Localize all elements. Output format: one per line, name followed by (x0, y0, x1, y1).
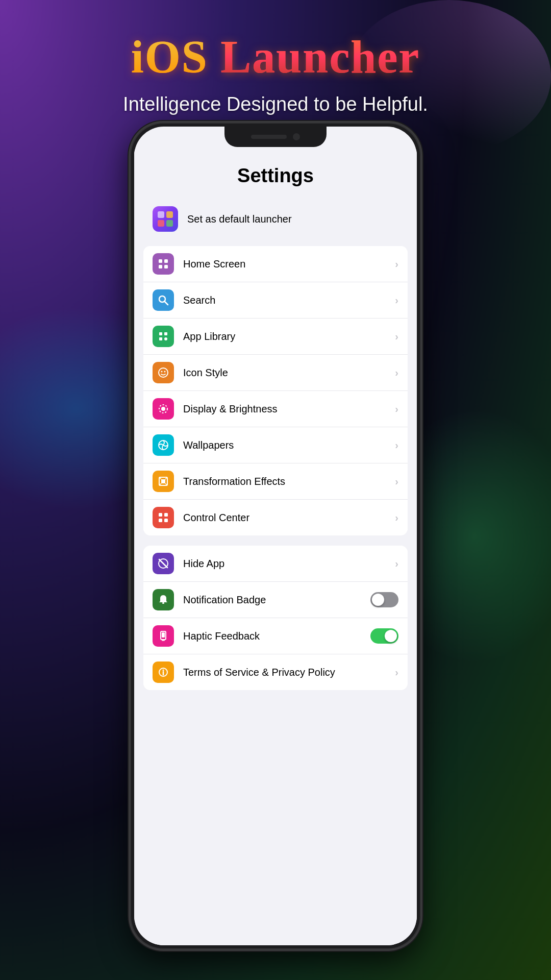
title-ios: iOS (131, 32, 208, 82)
settings-item-control-center[interactable]: Control Center › (143, 500, 408, 535)
terms-chevron: › (395, 667, 398, 678)
hide-app-icon (153, 553, 174, 574)
settings-item-icon-style[interactable]: Icon Style › (143, 355, 408, 391)
svg-rect-26 (159, 513, 162, 517)
display-brightness-icon-svg (157, 403, 169, 415)
svg-point-14 (159, 368, 168, 377)
default-launcher-item[interactable]: Set as default launcher (143, 197, 408, 241)
haptic-feedback-toggle-knob (385, 630, 397, 642)
terms-label: Terms of Service & Privacy Policy (183, 667, 395, 678)
svg-rect-29 (164, 519, 168, 522)
terms-icon-svg (157, 666, 169, 678)
svg-rect-34 (162, 632, 165, 638)
svg-rect-32 (162, 602, 164, 604)
svg-point-16 (164, 371, 166, 373)
notch-speaker (251, 135, 287, 139)
default-launcher-label: Set as default launcher (187, 213, 398, 225)
svg-line-9 (165, 302, 168, 305)
notch-camera (293, 133, 300, 140)
wallpapers-icon-svg (157, 439, 169, 451)
svg-rect-2 (158, 220, 164, 227)
screen-title: Settings (144, 165, 407, 187)
search-chevron: › (395, 295, 398, 306)
app-library-icon (153, 326, 174, 347)
haptic-feedback-label: Haptic Feedback (183, 630, 370, 642)
home-screen-chevron: › (395, 258, 398, 270)
svg-rect-5 (164, 259, 168, 263)
icon-style-icon-svg (157, 366, 169, 379)
section-1: Home Screen › Search › (143, 246, 408, 535)
svg-rect-0 (158, 211, 164, 218)
wallpapers-label: Wallpapers (183, 439, 395, 451)
svg-rect-3 (166, 220, 173, 227)
notification-badge-icon-svg (157, 594, 169, 606)
icon-style-icon (153, 362, 174, 383)
svg-rect-27 (164, 513, 168, 517)
notification-badge-toggle-knob (372, 594, 384, 606)
icon-style-chevron: › (395, 367, 398, 379)
notch (224, 127, 327, 147)
launcher-icon (153, 206, 178, 232)
transformation-effects-icon (153, 471, 174, 492)
settings-item-transformation-effects[interactable]: Transformation Effects › (143, 463, 408, 500)
icon-style-label: Icon Style (183, 367, 395, 379)
svg-rect-11 (164, 332, 167, 335)
hide-app-icon-svg (157, 557, 169, 570)
title-area: iOS Launcher Intelligence Designed to be… (0, 0, 551, 115)
transformation-effects-icon-svg (157, 475, 169, 487)
svg-rect-4 (159, 259, 162, 263)
svg-rect-21 (161, 479, 165, 483)
screen-content: Settings Set as default launcher (134, 150, 417, 945)
svg-rect-35 (162, 640, 165, 641)
haptic-feedback-toggle[interactable] (370, 628, 398, 644)
control-center-icon (153, 507, 174, 528)
app-library-chevron: › (395, 331, 398, 342)
screen-header: Settings (134, 150, 417, 197)
terms-icon (153, 662, 174, 683)
subtitle: Intelligence Designed to be Helpful. (0, 93, 551, 115)
hide-app-label: Hide App (183, 558, 395, 570)
settings-item-display-brightness[interactable]: Display & Brightness › (143, 391, 408, 427)
settings-item-haptic-feedback[interactable]: Haptic Feedback (143, 618, 408, 654)
svg-line-31 (159, 559, 167, 568)
search-icon-svg (157, 294, 169, 306)
control-center-icon-svg (157, 511, 169, 524)
home-screen-label: Home Screen (183, 258, 395, 270)
phone-frame: Settings Set as default launcher (130, 122, 421, 949)
display-brightness-icon (153, 398, 174, 420)
transformation-effects-chevron: › (395, 476, 398, 487)
transformation-effects-label: Transformation Effects (183, 476, 395, 487)
svg-point-13 (164, 337, 167, 340)
svg-rect-28 (159, 519, 162, 522)
title-launcher: Launcher (220, 32, 420, 82)
display-brightness-label: Display & Brightness (183, 403, 395, 415)
settings-item-home-screen[interactable]: Home Screen › (143, 246, 408, 282)
phone-screen: Settings Set as default launcher (134, 127, 417, 945)
wallpapers-icon (153, 434, 174, 456)
notification-badge-label: Notification Badge (183, 594, 370, 606)
settings-item-wallpapers[interactable]: Wallpapers › (143, 427, 408, 463)
settings-item-search[interactable]: Search › (143, 282, 408, 318)
svg-point-17 (161, 407, 165, 411)
svg-rect-12 (159, 337, 162, 340)
search-label: Search (183, 295, 395, 306)
svg-rect-7 (164, 265, 168, 268)
section-2: Hide App › Notification Badge (143, 546, 408, 690)
wallpapers-chevron: › (395, 439, 398, 451)
display-brightness-chevron: › (395, 403, 398, 415)
svg-rect-1 (166, 211, 173, 218)
notification-badge-toggle[interactable] (370, 592, 398, 607)
svg-point-15 (161, 371, 163, 373)
settings-item-hide-app[interactable]: Hide App › (143, 546, 408, 582)
control-center-label: Control Center (183, 512, 395, 524)
search-icon (153, 289, 174, 311)
haptic-feedback-icon (153, 625, 174, 647)
home-screen-icon-svg (157, 258, 169, 270)
settings-item-app-library[interactable]: App Library › (143, 318, 408, 355)
notification-badge-icon (153, 589, 174, 610)
svg-point-37 (163, 670, 164, 671)
settings-item-notification-badge[interactable]: Notification Badge (143, 582, 408, 618)
settings-item-terms[interactable]: Terms of Service & Privacy Policy › (143, 654, 408, 690)
app-library-icon-svg (157, 330, 169, 342)
launcher-icon-svg (156, 210, 174, 228)
